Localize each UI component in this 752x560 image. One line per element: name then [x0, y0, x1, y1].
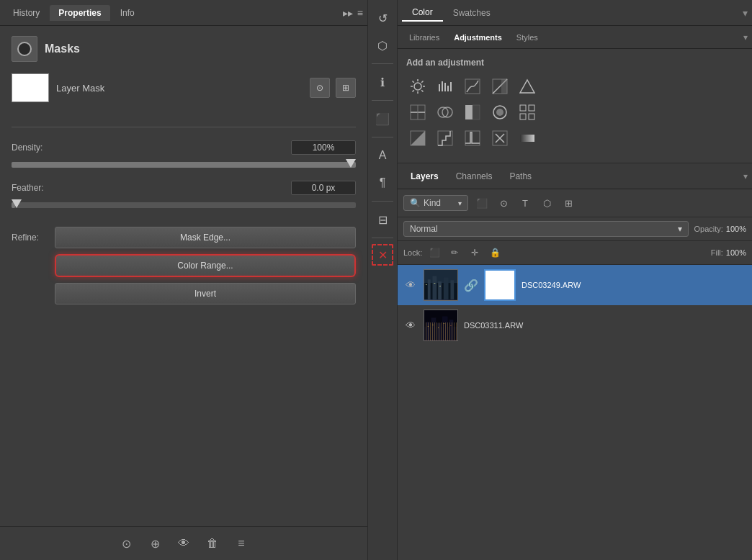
adj-icons-row-3: [406, 128, 743, 148]
photofilter-adj-icon[interactable]: [488, 102, 511, 122]
invert-adj-icon[interactable]: [406, 128, 429, 148]
svg-rect-31: [520, 114, 526, 119]
svg-rect-51: [424, 310, 457, 340]
paragraph-tool[interactable]: ¶: [370, 171, 395, 195]
mask-edge-button[interactable]: Mask Edge...: [55, 227, 356, 248]
svg-rect-58: [428, 326, 429, 327]
rotate-tool[interactable]: ↺: [370, 6, 395, 30]
selection-icon[interactable]: ⊙: [117, 534, 135, 553]
density-slider-thumb[interactable]: [346, 159, 356, 168]
tab-info[interactable]: Info: [112, 5, 143, 21]
filter-pixel-icon[interactable]: ⬛: [473, 194, 491, 212]
hue-adj-icon[interactable]: [406, 102, 429, 122]
tab-adjustments[interactable]: Adjustments: [447, 30, 509, 45]
opacity-label: Opacity:: [694, 225, 723, 233]
layer-visibility-icon-2[interactable]: 👁: [403, 318, 418, 333]
options-icon[interactable]: ≡: [232, 534, 251, 553]
density-value[interactable]: [291, 140, 356, 155]
colorbalance-adj-icon[interactable]: [434, 102, 457, 122]
mask-apply-button[interactable]: ⊙: [310, 78, 330, 98]
feather-slider-thumb[interactable]: [12, 199, 22, 208]
invert-button[interactable]: Invert: [55, 283, 356, 304]
filter-smart-icon[interactable]: ⊞: [559, 194, 578, 212]
kind-dropdown[interactable]: 🔍 Kind ▾: [403, 195, 468, 211]
tab-color[interactable]: Color: [402, 4, 443, 22]
mask-add-button[interactable]: ⊞: [336, 78, 356, 98]
density-label-row: Density:: [12, 140, 356, 155]
svg-rect-43: [428, 279, 431, 299]
selectivecolor-adj-icon[interactable]: [488, 128, 511, 148]
svg-point-28: [496, 109, 503, 116]
align-tool[interactable]: ⊟: [370, 207, 395, 232]
tab-properties[interactable]: Properties: [50, 5, 109, 21]
color-panel-menu[interactable]: ▾: [743, 7, 748, 19]
shape-tool[interactable]: ⬛: [370, 107, 395, 131]
layer-visibility-icon-1[interactable]: 👁: [403, 278, 418, 292]
exposure-adj-icon[interactable]: [488, 76, 511, 96]
posterize-adj-icon[interactable]: [434, 128, 457, 148]
delete-icon[interactable]: 🗑: [203, 534, 222, 553]
mask-icon-inner: [17, 42, 32, 56]
layers-tab-bar: Layers Channels Paths ▾: [398, 163, 752, 189]
fill-label: Fill:: [711, 248, 723, 257]
brightness-adj-icon[interactable]: [406, 76, 429, 96]
layer-row-dsc3249[interactable]: 👁 🔗 DSC03249.ARW: [398, 265, 752, 305]
fill-group: Fill: 100%: [711, 248, 746, 257]
tab-bar: History Properties Info ▸▸ ≡: [0, 0, 367, 26]
bw-adj-icon[interactable]: [461, 102, 484, 122]
svg-line-8: [413, 90, 414, 91]
fill-icon[interactable]: ⊕: [146, 534, 164, 553]
cross-tool[interactable]: ✕: [372, 244, 393, 266]
layers-panel-menu[interactable]: ▾: [743, 171, 748, 181]
expand-icon[interactable]: ▸▸: [343, 7, 353, 19]
lock-move-icon[interactable]: ✛: [467, 245, 483, 261]
filter-adjust-icon[interactable]: ⊙: [494, 194, 513, 212]
svg-rect-50: [439, 286, 441, 286]
3d-tool[interactable]: ⬡: [370, 33, 395, 58]
blend-mode-dropdown[interactable]: Normal ▾: [403, 221, 689, 237]
svg-rect-13: [450, 82, 452, 91]
kind-label: Kind: [424, 198, 441, 208]
tab-history[interactable]: History: [4, 5, 48, 21]
panel-menu-icon[interactable]: ≡: [357, 7, 363, 19]
color-range-button[interactable]: Color Range...: [55, 254, 356, 277]
gradientmap-adj-icon[interactable]: [516, 128, 539, 148]
lock-paint-icon[interactable]: ✏: [447, 245, 462, 261]
masks-header: Masks: [12, 36, 356, 62]
channelmixer-adj-icon[interactable]: [516, 102, 539, 122]
tool-separator-3: [372, 137, 393, 137]
visibility-icon[interactable]: 👁: [174, 534, 193, 553]
svg-rect-30: [529, 105, 534, 111]
svg-point-0: [414, 83, 421, 90]
tab-swatches[interactable]: Swatches: [443, 5, 501, 21]
tab-channels[interactable]: Channels: [447, 168, 501, 184]
svg-marker-19: [520, 80, 534, 93]
info-tool[interactable]: ℹ: [370, 70, 395, 94]
svg-rect-29: [520, 105, 526, 111]
feather-slider-track[interactable]: [12, 202, 356, 208]
filter-shape-icon[interactable]: ⬡: [537, 194, 556, 212]
lock-transparent-icon[interactable]: ⬛: [426, 245, 442, 261]
density-slider-row: Density:: [12, 140, 356, 168]
tab-libraries[interactable]: Libraries: [402, 30, 447, 45]
svg-rect-54: [431, 317, 437, 340]
svg-rect-49: [434, 283, 435, 284]
svg-rect-46: [444, 277, 449, 299]
feather-value[interactable]: [291, 181, 356, 195]
threshold-adj-icon[interactable]: [461, 128, 484, 148]
vibrance-adj-icon[interactable]: [516, 76, 539, 96]
tab-styles[interactable]: Styles: [509, 30, 545, 45]
tab-paths[interactable]: Paths: [501, 168, 540, 184]
fill-value[interactable]: 100%: [726, 248, 746, 257]
filter-text-icon[interactable]: T: [516, 194, 534, 212]
text-tool[interactable]: A: [370, 143, 395, 168]
tab-layers[interactable]: Layers: [402, 168, 447, 184]
layer-row-dsc3311[interactable]: 👁 DSC03311.ARW: [398, 305, 752, 346]
tab-icons: ▸▸ ≡: [343, 7, 363, 19]
levels-adj-icon[interactable]: [434, 76, 457, 96]
lock-all-icon[interactable]: 🔒: [487, 245, 503, 261]
density-slider-track[interactable]: [12, 162, 356, 168]
curves-adj-icon[interactable]: [461, 76, 484, 96]
adj-panel-menu[interactable]: ▾: [743, 32, 748, 42]
opacity-value[interactable]: 100%: [726, 225, 746, 233]
